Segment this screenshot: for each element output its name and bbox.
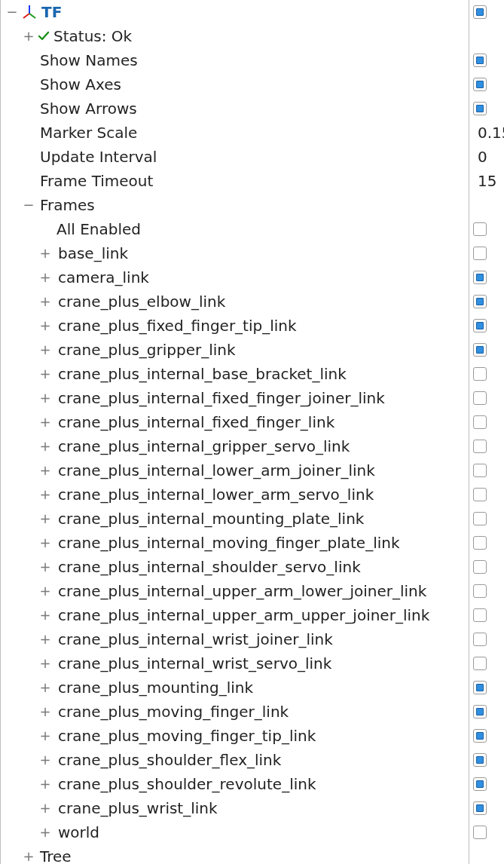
frame-expand-toggle[interactable]: + (38, 271, 52, 284)
frame-expand-toggle[interactable]: + (38, 343, 52, 357)
frame-label[interactable]: crane_plus_internal_shoulder_servo_link (58, 558, 361, 576)
frame-expand-toggle[interactable]: + (38, 801, 52, 815)
frame-checkbox[interactable] (473, 247, 487, 260)
all-enabled-checkbox[interactable] (473, 222, 487, 236)
frame-expand-toggle[interactable]: + (38, 705, 52, 718)
frame-label[interactable]: crane_plus_internal_base_bracket_link (58, 365, 347, 383)
frame-label[interactable]: crane_plus_internal_fixed_finger_joiner_… (58, 389, 385, 407)
frame-label[interactable]: crane_plus_fixed_finger_tip_link (58, 317, 297, 335)
frame-expand-toggle[interactable]: + (38, 536, 52, 550)
frame-expand-toggle[interactable]: + (38, 464, 52, 477)
frame-checkbox[interactable] (473, 633, 487, 646)
prop-label[interactable]: Marker Scale (40, 124, 137, 142)
frame-checkbox[interactable] (473, 801, 487, 815)
frame-checkbox[interactable] (473, 464, 487, 477)
frame-checkbox[interactable] (473, 440, 487, 453)
frame-checkbox[interactable] (473, 729, 487, 743)
frame-checkbox[interactable] (473, 753, 487, 767)
frame-checkbox[interactable] (473, 295, 487, 308)
frame-label[interactable]: crane_plus_internal_gripper_servo_link (58, 437, 350, 455)
row-right: 15 (469, 169, 504, 193)
frame-expand-toggle[interactable]: + (38, 826, 52, 839)
frame-checkbox[interactable] (473, 560, 487, 574)
prop-value[interactable]: 0.15 (473, 124, 504, 142)
frame-expand-toggle[interactable]: + (38, 512, 52, 525)
frame-expand-toggle[interactable]: + (38, 440, 52, 453)
prop-checkbox[interactable] (473, 54, 487, 67)
prop-label[interactable]: Frame Timeout (40, 172, 153, 190)
frame-expand-toggle[interactable]: + (38, 608, 52, 622)
frame-expand-toggle[interactable]: + (38, 681, 52, 694)
all-enabled-label[interactable]: All Enabled (57, 220, 141, 238)
frame-expand-toggle[interactable]: + (38, 247, 52, 260)
frame-label[interactable]: crane_plus_internal_moving_finger_plate_… (58, 534, 400, 552)
frame-label[interactable]: crane_plus_shoulder_revolute_link (58, 775, 316, 793)
frame-label[interactable]: crane_plus_internal_mounting_plate_link (58, 510, 364, 528)
tree-label[interactable]: Tree (40, 847, 72, 864)
frame-expand-toggle[interactable]: + (38, 391, 52, 405)
tree-expand-toggle[interactable]: + (22, 850, 35, 863)
tf-enable-checkbox[interactable] (473, 5, 487, 19)
frame-label[interactable]: crane_plus_shoulder_flex_link (58, 751, 281, 769)
frame-checkbox[interactable] (473, 705, 487, 718)
frame-expand-toggle[interactable]: + (38, 295, 52, 308)
frames-label[interactable]: Frames (40, 196, 95, 214)
frame-expand-toggle[interactable]: + (38, 584, 52, 598)
frame-label[interactable]: world (58, 823, 99, 841)
frame-expand-toggle[interactable]: + (38, 777, 52, 791)
tf-collapse-toggle[interactable]: − (5, 5, 19, 19)
prop-label[interactable]: Update Interval (40, 148, 157, 166)
frames-collapse-toggle[interactable]: − (22, 198, 35, 212)
frame-label[interactable]: crane_plus_moving_finger_link (58, 703, 289, 721)
frame-label[interactable]: crane_plus_elbow_link (58, 293, 225, 311)
frame-expand-toggle[interactable]: + (38, 729, 52, 743)
frame-checkbox[interactable] (473, 826, 487, 839)
frame-expand-toggle[interactable]: + (38, 657, 52, 670)
frame-label[interactable]: crane_plus_internal_lower_arm_servo_link (58, 486, 374, 504)
frame-expand-toggle[interactable]: + (38, 633, 52, 646)
frame-label[interactable]: crane_plus_wrist_link (58, 799, 218, 817)
frame-label[interactable]: crane_plus_mounting_link (58, 679, 253, 697)
frame-checkbox[interactable] (473, 657, 487, 670)
frame-checkbox[interactable] (473, 391, 487, 405)
prop-label[interactable]: Show Names (40, 51, 138, 69)
row-right (469, 796, 504, 820)
frame-label[interactable]: crane_plus_internal_upper_arm_upper_join… (58, 606, 429, 624)
frame-label[interactable]: base_link (58, 244, 128, 262)
frame-checkbox[interactable] (473, 584, 487, 598)
prop-label[interactable]: Show Arrows (40, 100, 137, 118)
status-expand-toggle[interactable]: + (22, 29, 35, 43)
prop-checkbox[interactable] (473, 78, 487, 91)
prop-value[interactable]: 0 (473, 148, 487, 166)
frame-checkbox[interactable] (473, 608, 487, 622)
frame-checkbox[interactable] (473, 343, 487, 357)
frame-label[interactable]: crane_plus_internal_upper_arm_lower_join… (58, 582, 426, 600)
prop-value[interactable]: 15 (473, 172, 496, 190)
tf-title[interactable]: TF (41, 3, 62, 21)
frame-expand-toggle[interactable]: + (38, 319, 52, 332)
frame-label[interactable]: camera_link (58, 268, 149, 286)
frame-expand-toggle[interactable]: + (38, 415, 52, 429)
prop-checkbox[interactable] (473, 102, 487, 115)
frame-checkbox[interactable] (473, 488, 487, 501)
frame-checkbox[interactable] (473, 367, 487, 381)
frame-expand-toggle[interactable]: + (38, 560, 52, 574)
frame-expand-toggle[interactable]: + (38, 367, 52, 381)
frame-checkbox[interactable] (473, 415, 487, 429)
frame-checkbox[interactable] (473, 681, 487, 694)
prop-label[interactable]: Show Axes (40, 75, 121, 93)
frame-checkbox[interactable] (473, 777, 487, 791)
frame-checkbox[interactable] (473, 536, 487, 550)
frame-label[interactable]: crane_plus_internal_wrist_joiner_link (58, 630, 333, 648)
frame-checkbox[interactable] (473, 512, 487, 525)
frame-checkbox[interactable] (473, 319, 487, 332)
frame-expand-toggle[interactable]: + (38, 753, 52, 767)
frame-label[interactable]: crane_plus_internal_wrist_servo_link (58, 654, 331, 673)
frame-label[interactable]: crane_plus_internal_fixed_finger_link (58, 413, 334, 431)
frame-label[interactable]: crane_plus_gripper_link (58, 341, 236, 359)
frame-expand-toggle[interactable]: + (38, 488, 52, 501)
frame-checkbox[interactable] (473, 271, 487, 284)
frame-label[interactable]: crane_plus_internal_lower_arm_joiner_lin… (58, 461, 375, 479)
frame-label[interactable]: crane_plus_moving_finger_tip_link (58, 727, 316, 745)
status-label[interactable]: Status: Ok (53, 27, 132, 45)
